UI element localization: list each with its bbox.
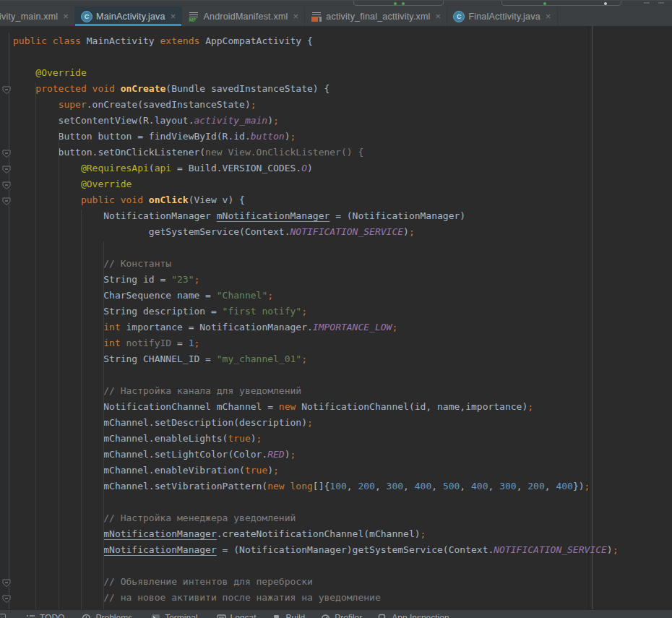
code-line: public class MainActivity extends AppCom… <box>13 33 619 49</box>
indent-guide <box>59 130 59 609</box>
layout-file-icon <box>311 11 322 22</box>
code-line: button.setOnClickListener(new View.OnCli… <box>13 145 619 160</box>
close-icon[interactable]: × <box>546 12 551 21</box>
tool-window-bar: TODOProblemsTerminalLogcatBuildProfilerA… <box>0 609 672 618</box>
class-file-icon: C <box>81 11 92 22</box>
window-corner-icon <box>0 614 6 618</box>
statusbar-item-todo[interactable]: TODO <box>26 613 64 618</box>
code-editor[interactable]: public class MainActivity extends AppCom… <box>0 26 672 609</box>
statusbar-item-app-inspection[interactable]: App Inspection <box>378 613 449 618</box>
editor-tab-mainactivity-java[interactable]: CMainActivity.java× <box>75 7 182 26</box>
code-line: @RequiresApi(api = Build.VERSION_CODES.O… <box>13 160 619 176</box>
logcat-icon <box>217 614 226 618</box>
code-line <box>13 49 619 65</box>
manifest-file-icon: MF <box>188 11 199 22</box>
status-dot-icon <box>394 2 397 5</box>
indent-guide <box>103 241 104 609</box>
statusbar-item-terminal[interactable]: Terminal <box>151 613 197 618</box>
todo-icon <box>26 614 35 618</box>
statusbar-item-logcat[interactable]: Logcat <box>217 613 257 618</box>
statusbar-item-label: Terminal <box>165 613 197 618</box>
code-line: protected void onCreate(Bundle savedInst… <box>13 81 619 97</box>
code-line: NotificationManager mNotificationManager… <box>13 208 619 224</box>
statusbar-item-label: Build <box>286 613 306 618</box>
close-icon[interactable]: × <box>63 12 69 21</box>
status-dot-icon <box>543 2 546 5</box>
statusbar-item-label: Problems <box>95 613 132 618</box>
code-line: getSystemService(Context.NOTIFICATION_SE… <box>13 224 619 240</box>
status-dot-icon <box>604 2 607 5</box>
code-line: @Override <box>13 65 619 81</box>
code-line: public void onClick(View v) { <box>13 192 619 208</box>
statusbar-item-label: App Inspection <box>392 613 449 618</box>
indent-guide <box>81 210 82 609</box>
tab-label: ivity_main.xml <box>0 12 58 22</box>
inspection-icon <box>378 614 387 618</box>
editor-tab-bar: ivity_main.xml×CMainActivity.java×MFAndr… <box>0 7 672 26</box>
close-icon[interactable]: × <box>293 12 299 21</box>
statusbar-item-label: TODO <box>40 613 64 618</box>
tab-label: activity_final_acttivity.xml <box>326 12 430 22</box>
statusbar-item-problems[interactable]: Problems <box>82 613 132 618</box>
editor-tab-finalacttivity-java[interactable]: CFinalActtivity.java× <box>447 7 557 26</box>
run-widget-button[interactable] <box>353 0 444 6</box>
build-icon <box>272 614 282 618</box>
statusbar-item-label: Profiler <box>335 613 362 618</box>
close-icon[interactable]: × <box>171 12 176 21</box>
tab-label: AndroidManifest.xml <box>203 12 288 22</box>
statusbar-item-build[interactable]: Build <box>272 613 306 618</box>
toolbar-strip <box>0 0 672 7</box>
tab-label: MainActivity.java <box>96 12 165 22</box>
code-line: super.onCreate(savedInstanceState); <box>13 97 619 113</box>
status-dot-icon <box>402 2 405 5</box>
class-file-icon: C <box>453 11 465 22</box>
editor-tab-ivity-main-xml[interactable]: ivity_main.xml× <box>0 7 75 26</box>
terminal-icon <box>151 614 160 618</box>
toolbar-icon <box>658 2 664 4</box>
statusbar-item-label: Logcat <box>231 613 257 618</box>
close-icon[interactable]: × <box>436 12 441 21</box>
toolbar-icon <box>644 2 650 4</box>
tab-label: FinalActtivity.java <box>468 12 540 22</box>
indent-guide <box>35 82 36 609</box>
code-line: Button button = findViewById(R.id.button… <box>13 129 619 145</box>
problems-icon <box>82 614 91 618</box>
editor-tab-androidmanifest-xml[interactable]: MFAndroidManifest.xml× <box>182 7 305 26</box>
editor-tab-activity-final-acttivity-xml[interactable]: activity_final_acttivity.xml× <box>305 7 447 26</box>
statusbar-item-profiler[interactable]: Profiler <box>321 613 362 618</box>
code-line: setContentView(R.layout.activity_main); <box>13 113 619 129</box>
code-line: @Override <box>13 176 619 192</box>
profiler-icon <box>321 614 330 618</box>
code-text: public class MainActivity extends AppCom… <box>0 26 619 606</box>
